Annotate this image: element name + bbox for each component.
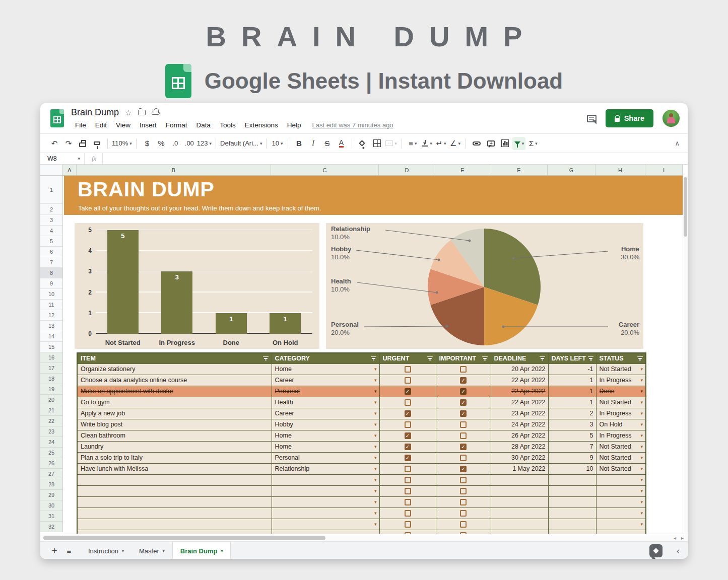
filter-icon[interactable] — [588, 356, 594, 360]
row-header-4[interactable]: 4 — [40, 226, 63, 236]
task-row[interactable]: Choose a data analytics online courseCar… — [77, 375, 646, 386]
important-checkbox[interactable]: ✓ — [460, 466, 467, 472]
column-header-G[interactable]: G — [548, 165, 595, 176]
important-checkbox[interactable]: ✓ — [460, 388, 467, 395]
dropdown-caret-icon[interactable]: ▾ — [640, 378, 643, 383]
row-header-5[interactable]: 5 — [40, 236, 63, 247]
row-header-13[interactable]: 13 — [40, 321, 63, 331]
print-button[interactable] — [76, 137, 89, 150]
dropdown-caret-icon[interactable]: ▾ — [640, 499, 643, 504]
urgent-checkbox[interactable]: ✓ — [405, 432, 411, 439]
dropdown-caret-icon[interactable]: ▾ — [640, 488, 643, 493]
select-all-corner[interactable] — [40, 165, 63, 176]
urgent-checkbox[interactable] — [405, 366, 411, 373]
text-color-button[interactable]: A — [335, 137, 348, 150]
dropdown-caret-icon[interactable]: ▾ — [640, 400, 643, 405]
task-row[interactable]: LaundryHome▾✓✓28 Apr 20227Not Started▾ — [77, 441, 646, 452]
all-sheets-icon[interactable]: ≡ — [61, 547, 77, 555]
row-header-14[interactable]: 14 — [40, 331, 63, 342]
row-header-31[interactable]: 31 — [40, 511, 63, 522]
horizontal-scrollbar-thumb[interactable] — [43, 536, 325, 540]
dropdown-caret-icon[interactable]: ▾ — [374, 455, 377, 460]
row-header-16[interactable]: 16 — [40, 352, 63, 363]
account-avatar[interactable] — [663, 110, 680, 127]
important-checkbox[interactable]: ✓ — [460, 444, 467, 450]
urgent-checkbox[interactable] — [405, 510, 411, 517]
menu-edit[interactable]: Edit — [91, 120, 111, 130]
row-header-25[interactable]: 25 — [40, 448, 63, 458]
more-formats-button[interactable]: 123▾ — [197, 137, 212, 150]
menu-format[interactable]: Format — [162, 120, 191, 130]
row-header-26[interactable]: 26 — [40, 458, 63, 469]
dropdown-caret-icon[interactable]: ▾ — [374, 499, 377, 504]
status-bar-chart[interactable]: 0123455Not Started3In Progress1Done1On H… — [75, 223, 319, 349]
star-icon[interactable]: ☆ — [125, 109, 131, 116]
important-checkbox[interactable]: ✓ — [460, 377, 467, 384]
row-header-24[interactable]: 24 — [40, 437, 63, 448]
dropdown-caret-icon[interactable]: ▾ — [374, 422, 377, 427]
dropdown-caret-icon[interactable]: ▾ — [640, 389, 643, 394]
column-header-I[interactable]: I — [645, 165, 683, 176]
urgent-checkbox[interactable] — [405, 477, 411, 483]
fill-color-button[interactable] — [356, 137, 369, 150]
move-to-folder-icon[interactable] — [138, 110, 146, 115]
menu-insert[interactable]: Insert — [136, 120, 161, 130]
borders-button[interactable] — [370, 137, 383, 150]
increase-decimal-button[interactable]: .00 — [183, 137, 196, 150]
horizontal-align-button[interactable]: ≡▾ — [406, 137, 419, 150]
dropdown-caret-icon[interactable]: ▾ — [374, 522, 377, 527]
document-title[interactable]: Brain Dump — [71, 107, 119, 118]
undo-button[interactable]: ↶ — [48, 137, 61, 150]
menu-file[interactable]: File — [71, 120, 90, 130]
dropdown-caret-icon[interactable]: ▾ — [374, 389, 377, 394]
task-row[interactable]: Write blog postHobby▾24 Apr 20223On Hold… — [77, 419, 646, 430]
dropdown-caret-icon[interactable]: ▾ — [374, 466, 377, 471]
insert-chart-button[interactable] — [498, 137, 511, 150]
menu-extensions[interactable]: Extensions — [241, 120, 282, 130]
tab-brain-dump[interactable]: Brain Dump▾ — [172, 542, 231, 559]
important-checkbox[interactable] — [460, 510, 467, 517]
vertical-scrollbar[interactable] — [683, 176, 688, 534]
document-status-cloud-icon[interactable] — [152, 110, 160, 115]
category-pie-chart[interactable]: Home30.0%Career20.0%Personal20.0%Health1… — [326, 223, 643, 349]
row-header-29[interactable]: 29 — [40, 490, 63, 500]
dropdown-caret-icon[interactable]: ▾ — [640, 477, 643, 482]
format-currency-button[interactable]: $ — [141, 137, 154, 150]
zoom-button[interactable]: 110%▾ — [112, 137, 132, 150]
important-checkbox[interactable]: ✓ — [460, 410, 467, 417]
task-row[interactable]: Go to gymHealth▾✓22 Apr 20221Not Started… — [77, 397, 646, 408]
row-header-21[interactable]: 21 — [40, 405, 63, 416]
italic-button[interactable]: I — [306, 137, 319, 150]
filter-icon[interactable] — [482, 356, 488, 360]
vertical-align-button[interactable]: ▾ — [420, 137, 433, 150]
row-header-20[interactable]: 20 — [40, 395, 63, 405]
text-rotation-button[interactable]: ∠▾ — [448, 137, 461, 150]
column-header-C[interactable]: C — [271, 165, 379, 176]
text-wrap-button[interactable]: ↵▾ — [434, 137, 447, 150]
column-header-F[interactable]: F — [490, 165, 548, 176]
tab-master[interactable]: Master▾ — [131, 542, 172, 559]
urgent-checkbox[interactable] — [405, 377, 411, 384]
urgent-checkbox[interactable]: ✓ — [405, 455, 411, 461]
insert-comment-button[interactable] — [484, 137, 497, 150]
redo-button[interactable]: ↷ — [62, 137, 75, 150]
dropdown-caret-icon[interactable]: ▾ — [374, 433, 377, 438]
dropdown-caret-icon[interactable]: ▾ — [374, 477, 377, 482]
row-header-12[interactable]: 12 — [40, 310, 63, 321]
dropdown-caret-icon[interactable]: ▾ — [640, 455, 643, 460]
task-row[interactable]: Plan a solo trip to ItalyPersonal▾✓30 Ap… — [77, 452, 646, 463]
row-header-7[interactable]: 7 — [40, 257, 63, 268]
row-header-19[interactable]: 19 — [40, 384, 63, 395]
row-header-22[interactable]: 22 — [40, 416, 63, 426]
horizontal-scrollbar[interactable]: ◂ ▸ — [40, 534, 688, 542]
menu-view[interactable]: View — [112, 120, 135, 130]
merge-cells-button[interactable]: ▾ — [384, 137, 398, 150]
important-checkbox[interactable] — [460, 432, 467, 439]
dropdown-caret-icon[interactable]: ▾ — [374, 444, 377, 449]
important-checkbox[interactable] — [460, 499, 467, 505]
dropdown-caret-icon[interactable]: ▾ — [640, 522, 643, 527]
last-edit-link[interactable]: Last edit was 7 minutes ago — [312, 121, 393, 129]
name-box[interactable]: W8 ▾ — [40, 153, 85, 164]
column-header-A[interactable]: A — [63, 165, 77, 176]
dropdown-caret-icon[interactable]: ▾ — [374, 411, 377, 416]
